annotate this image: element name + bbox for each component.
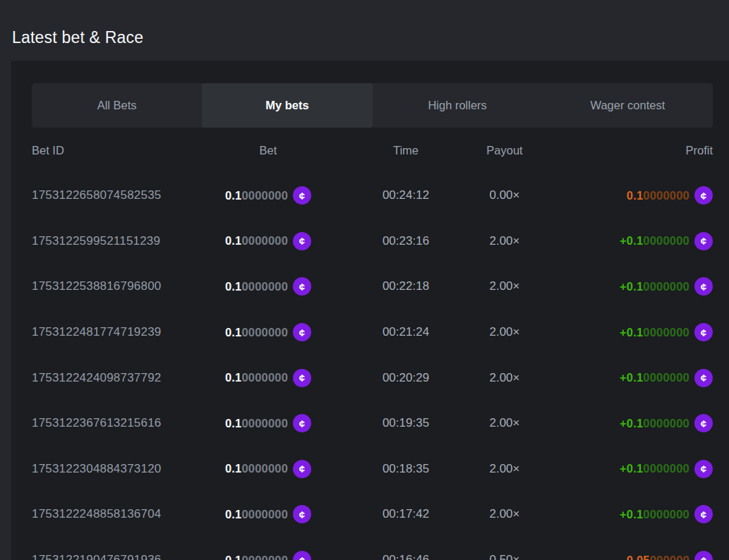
table-row[interactable]: 1753122367613215616 0.10000000 ¢ 00:19:3… xyxy=(32,401,713,446)
coin-icon: ¢ xyxy=(293,323,311,341)
bet-amount-zeros: 0000000 xyxy=(241,234,288,247)
bet-time: 00:22:18 xyxy=(349,279,462,293)
bet-profit-zeros: 0000000 xyxy=(643,508,689,521)
bet-profit: 0.05000000 xyxy=(627,554,689,560)
bet-amount-zeros: 0000000 xyxy=(241,189,288,202)
table-row[interactable]: 1753122248858136704 0.10000000 ¢ 00:17:4… xyxy=(32,492,713,537)
bet-payout: 0.50× xyxy=(462,553,547,560)
bet-amount-main: 0.1 xyxy=(225,326,242,339)
bet-id[interactable]: 1753122304884373120 xyxy=(32,462,187,476)
bet-profit-main: 0.1 xyxy=(627,189,644,202)
bet-time: 00:18:35 xyxy=(349,462,462,476)
bet-amount-main: 0.1 xyxy=(225,508,242,521)
bet-profit-zeros: 0000000 xyxy=(643,326,689,339)
tab-high-rollers[interactable]: High rollers xyxy=(373,83,543,128)
header-time: Time xyxy=(349,144,462,157)
bet-id[interactable]: 1753122481774719239 xyxy=(32,325,187,339)
bet-profit-zeros: 000000 xyxy=(650,554,689,560)
tab-wager-contest[interactable]: Wager contest xyxy=(543,83,713,128)
bet-profit-cell: +0.10000000 ¢ xyxy=(547,277,713,296)
bet-amount-cell: 0.10000000 ¢ xyxy=(187,232,349,250)
bet-amount-cell: 0.10000000 ¢ xyxy=(187,460,349,478)
bet-profit-zeros: 0000000 xyxy=(643,280,689,293)
coin-icon: ¢ xyxy=(293,369,311,387)
header-profit: Profit xyxy=(547,144,713,157)
bet-amount-cell: 0.10000000 ¢ xyxy=(187,551,349,560)
bet-amount-cell: 0.10000000 ¢ xyxy=(187,414,349,432)
bet-profit: +0.10000000 xyxy=(620,508,689,521)
bet-profit: 0.10000000 xyxy=(627,189,689,202)
bet-time: 00:21:24 xyxy=(349,325,462,339)
bet-id[interactable]: 1753122658074582535 xyxy=(32,188,187,202)
bet-profit: +0.10000000 xyxy=(620,280,689,293)
bet-id[interactable]: 1753122367613215616 xyxy=(32,416,187,430)
coin-icon: ¢ xyxy=(694,551,713,560)
bet-id[interactable]: 1753122248858136704 xyxy=(32,507,187,521)
bet-profit-cell: 0.10000000 ¢ xyxy=(547,186,713,205)
bet-amount-zeros: 0000000 xyxy=(241,508,288,521)
coin-icon: ¢ xyxy=(694,369,713,387)
coin-icon: ¢ xyxy=(293,551,311,560)
bets-panel: All Bets My bets High rollers Wager cont… xyxy=(11,61,729,560)
bet-amount: 0.10000000 xyxy=(225,554,288,560)
bet-amount: 0.10000000 xyxy=(225,326,288,339)
bet-profit-main: +0.1 xyxy=(620,326,643,339)
page-header: Latest bet & Race xyxy=(0,0,729,61)
coin-icon: ¢ xyxy=(694,232,713,250)
header-payout: Payout xyxy=(462,144,547,157)
table-row[interactable]: 1753122538816796800 0.10000000 ¢ 00:22:1… xyxy=(32,264,713,310)
table-row[interactable]: 1753122599521151239 0.10000000 ¢ 00:23:1… xyxy=(32,219,713,264)
bet-amount-zeros: 0000000 xyxy=(241,371,288,384)
bet-amount-zeros: 0000000 xyxy=(241,280,288,293)
tab-my-bets[interactable]: My bets xyxy=(202,83,372,128)
table-row[interactable]: 1753122424098737792 0.10000000 ¢ 00:20:2… xyxy=(32,355,713,401)
bet-profit-main: +0.1 xyxy=(620,280,643,293)
bet-profit: +0.10000000 xyxy=(620,417,689,430)
bet-amount: 0.10000000 xyxy=(225,189,288,202)
bet-amount: 0.10000000 xyxy=(225,508,288,521)
bet-amount: 0.10000000 xyxy=(225,371,288,384)
bet-amount-cell: 0.10000000 ¢ xyxy=(187,505,349,523)
bet-profit-cell: +0.10000000 ¢ xyxy=(547,414,713,432)
coin-icon: ¢ xyxy=(293,277,311,296)
bet-amount: 0.10000000 xyxy=(225,462,288,475)
table-row[interactable]: 1753122481774719239 0.10000000 ¢ 00:21:2… xyxy=(32,310,713,355)
bet-profit: +0.10000000 xyxy=(620,234,689,248)
table-body: 1753122658074582535 0.10000000 ¢ 00:24:1… xyxy=(32,173,713,560)
bet-payout: 2.00× xyxy=(462,371,547,385)
bet-profit-main: +0.1 xyxy=(620,462,643,475)
coin-icon: ¢ xyxy=(694,505,713,523)
bets-tabbar: All Bets My bets High rollers Wager cont… xyxy=(32,83,713,128)
bet-amount-cell: 0.10000000 ¢ xyxy=(187,186,349,205)
bet-amount-main: 0.1 xyxy=(225,371,242,384)
coin-icon: ¢ xyxy=(694,460,713,478)
bet-amount-main: 0.1 xyxy=(225,234,242,247)
bet-amount-cell: 0.10000000 ¢ xyxy=(187,323,349,341)
bet-time: 00:24:12 xyxy=(349,188,462,202)
bet-id[interactable]: 1753122424098737792 xyxy=(32,371,187,385)
bet-profit-zeros: 0000000 xyxy=(643,462,689,475)
table-row[interactable]: 1753122658074582535 0.10000000 ¢ 00:24:1… xyxy=(32,173,713,219)
bet-time: 00:19:35 xyxy=(349,416,462,430)
bet-time: 00:20:29 xyxy=(349,371,462,385)
coin-icon: ¢ xyxy=(694,323,713,341)
bet-profit-cell: +0.10000000 ¢ xyxy=(547,369,713,387)
bet-id[interactable]: 1753122599521151239 xyxy=(32,234,187,248)
table-header-row: Bet ID Bet Time Payout Profit xyxy=(32,133,713,167)
coin-icon: ¢ xyxy=(694,414,713,432)
table-row[interactable]: 1753122304884373120 0.10000000 ¢ 00:18:3… xyxy=(32,446,713,492)
bet-payout: 2.00× xyxy=(462,462,547,476)
bet-profit: +0.10000000 xyxy=(620,462,689,475)
tab-all-bets[interactable]: All Bets xyxy=(32,83,202,128)
table-row[interactable]: 1753122190476791936 0.10000000 ¢ 00:16:4… xyxy=(32,537,713,560)
coin-icon: ¢ xyxy=(293,186,311,205)
bet-id[interactable]: 1753122538816796800 xyxy=(32,279,187,293)
bet-amount-zeros: 0000000 xyxy=(241,554,288,560)
tab-my-bets-label: My bets xyxy=(265,99,308,112)
bet-profit-main: +0.1 xyxy=(620,508,643,521)
header-bet: Bet xyxy=(187,144,349,157)
bet-id[interactable]: 1753122190476791936 xyxy=(32,553,187,560)
bet-amount-main: 0.1 xyxy=(225,417,242,430)
coin-icon: ¢ xyxy=(293,414,311,432)
bet-payout: 2.00× xyxy=(462,507,547,521)
